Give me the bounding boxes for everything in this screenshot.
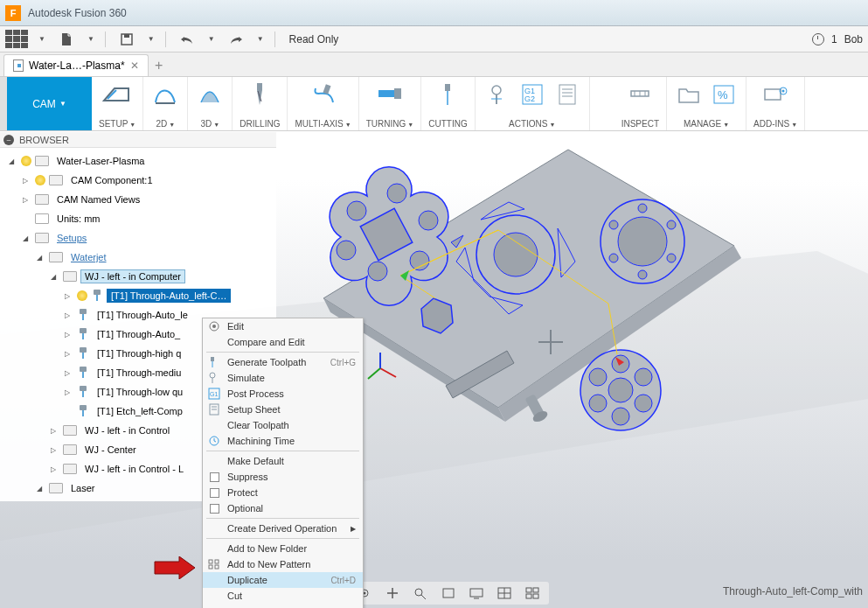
viewports-icon[interactable] — [521, 584, 544, 603]
svg-line-60 — [421, 595, 426, 599]
menu-machining-time[interactable]: Machining Time — [203, 433, 363, 449]
expand-icon[interactable]: ◢ — [51, 273, 59, 281]
menu-add-new-folder[interactable]: Add to New Folder — [203, 541, 363, 556]
menu-add-new-pattern[interactable]: Add to New Pattern — [203, 556, 363, 572]
waterjet-icon — [77, 309, 89, 321]
browser-title: BROWSER — [19, 135, 69, 145]
tree-item-setups[interactable]: ◢Setups — [0, 228, 276, 248]
collapse-icon[interactable]: – — [3, 135, 14, 145]
ribbon-setup[interactable]: SETUP▼ — [92, 77, 143, 130]
svg-rect-62 — [470, 589, 483, 597]
menu-suppress[interactable]: Suppress — [203, 469, 363, 485]
svg-point-48 — [589, 368, 607, 386]
document-tab[interactable]: Water-La…-Plasma* ✕ — [3, 54, 149, 76]
ribbon-cutting[interactable]: CUTTING — [421, 77, 475, 130]
expand-icon[interactable]: ▷ — [23, 177, 31, 185]
selection-name-label: Through-Auto_left-Comp_with — [723, 585, 863, 598]
save-icon[interactable] — [116, 31, 137, 47]
chevron-down-icon[interactable]: ▼ — [38, 35, 45, 43]
expand-icon[interactable]: ◢ — [37, 254, 45, 262]
svg-rect-7 — [445, 84, 450, 91]
chevron-down-icon[interactable]: ▼ — [208, 35, 215, 43]
svg-rect-25 — [360, 208, 413, 261]
ribbon-actions[interactable]: G1G2 ACTIONS▼ — [476, 77, 590, 130]
ribbon-multiaxis[interactable]: MULTI-AXIS▼ — [288, 77, 358, 130]
ribbon-2d[interactable]: 2D▼ — [143, 77, 188, 130]
pan-icon[interactable] — [381, 584, 404, 603]
close-icon[interactable]: ✕ — [130, 59, 139, 72]
menu-protect[interactable]: Protect — [203, 485, 363, 500]
redo-icon[interactable] — [226, 31, 247, 47]
ribbon-inspect[interactable]: INSPECT — [615, 77, 667, 130]
svg-point-37 — [667, 254, 676, 262]
tree-item-toolpath-selected[interactable]: ▷[T1] Through-Auto_left-C… — [0, 286, 276, 305]
expand-icon[interactable]: ◢ — [9, 157, 17, 165]
chevron-down-icon[interactable]: ▼ — [87, 35, 94, 43]
zoom-icon[interactable] — [409, 584, 432, 603]
menu-cut[interactable]: Cut — [203, 588, 363, 604]
chevron-down-icon[interactable]: ▼ — [257, 35, 264, 43]
menu-compare-edit[interactable]: Compare and Edit — [203, 334, 363, 350]
file-icon[interactable] — [56, 31, 77, 47]
menu-create-derived[interactable]: Create Derived Operation▶ — [203, 521, 363, 536]
clock-icon[interactable] — [812, 33, 824, 45]
menu-generate-toolpath[interactable]: Generate ToolpathCtrl+G — [203, 354, 363, 370]
grid-menu-icon[interactable] — [5, 30, 28, 49]
menu-setup-sheet[interactable]: Setup Sheet — [203, 402, 363, 417]
ribbon-addins[interactable]: ADD-INS▼ — [746, 77, 805, 130]
ribbon-label: ACTIONS▼ — [509, 119, 555, 129]
chevron-down-icon[interactable]: ▼ — [148, 35, 155, 43]
grid-icon[interactable] — [493, 584, 516, 603]
fit-icon[interactable] — [437, 584, 460, 603]
menu-simulate[interactable]: Simulate — [203, 370, 363, 386]
svg-point-39 — [609, 254, 618, 262]
svg-point-27 — [387, 184, 406, 203]
expand-icon[interactable]: ◢ — [23, 234, 31, 242]
undo-icon[interactable] — [177, 31, 198, 47]
tree-item-setup-wj-left[interactable]: ◢WJ - left - in Computer — [0, 267, 276, 286]
ribbon-drilling[interactable]: DRILLING — [233, 77, 288, 130]
expand-icon[interactable]: ▷ — [65, 292, 73, 300]
units-icon — [35, 213, 49, 224]
ribbon-manage[interactable]: % MANAGE▼ — [667, 77, 746, 130]
tree-item-units[interactable]: Units: mm — [0, 209, 276, 228]
display-icon[interactable] — [465, 584, 488, 603]
menu-clear-toolpath[interactable]: Clear Toolpath — [203, 417, 363, 433]
menu-duplicate[interactable]: DuplicateCtrl+D — [203, 572, 363, 588]
tree-root[interactable]: ◢Water-Laser-Plasma — [0, 151, 276, 171]
folder-icon — [35, 194, 49, 205]
add-tab-button[interactable]: + — [149, 55, 170, 76]
divider — [274, 31, 275, 47]
svg-point-38 — [638, 270, 647, 279]
tree-label: WJ - left - in Control - L — [80, 462, 188, 476]
setup-icon — [102, 80, 132, 108]
annotation-arrow — [153, 556, 197, 579]
bulb-icon[interactable] — [21, 156, 31, 166]
ribbon-turning[interactable]: TURNING▼ — [359, 77, 422, 130]
user-name[interactable]: Bob — [844, 33, 863, 45]
document-icon — [13, 59, 24, 72]
svg-text:G2: G2 — [524, 94, 535, 103]
svg-point-28 — [419, 211, 438, 230]
menu-optional[interactable]: Optional — [203, 500, 363, 516]
bulb-icon[interactable] — [77, 290, 87, 301]
menu-shortcut: Ctrl+D — [330, 576, 356, 585]
expand-icon[interactable]: ▷ — [23, 196, 31, 204]
expand-icon[interactable]: ◢ — [37, 485, 45, 493]
tree-item-waterjet[interactable]: ◢Waterjet — [0, 248, 276, 267]
menu-copy[interactable]: Copy — [203, 604, 363, 608]
menu-make-default[interactable]: Make Default — [203, 453, 363, 469]
ribbon-3d[interactable]: 3D▼ — [188, 77, 233, 130]
menu-post-process[interactable]: G1Post Process — [203, 386, 363, 402]
tree-item-cam-component[interactable]: ▷CAM Component:1 — [0, 171, 276, 190]
tree-label: [T1] Through-Auto_le — [93, 308, 192, 322]
waterjet-icon — [77, 367, 89, 379]
browser-header[interactable]: – BROWSER — [0, 132, 276, 148]
submenu-arrow-icon: ▶ — [351, 525, 356, 533]
menu-edit[interactable]: Edit — [203, 318, 363, 334]
tree-item-named-views[interactable]: ▷CAM Named Views — [0, 190, 276, 209]
setup-icon — [63, 425, 77, 436]
tree-label: WJ - Center — [80, 443, 141, 457]
workspace-switcher[interactable]: CAM ▼ — [0, 77, 92, 130]
bulb-icon[interactable] — [35, 175, 45, 185]
